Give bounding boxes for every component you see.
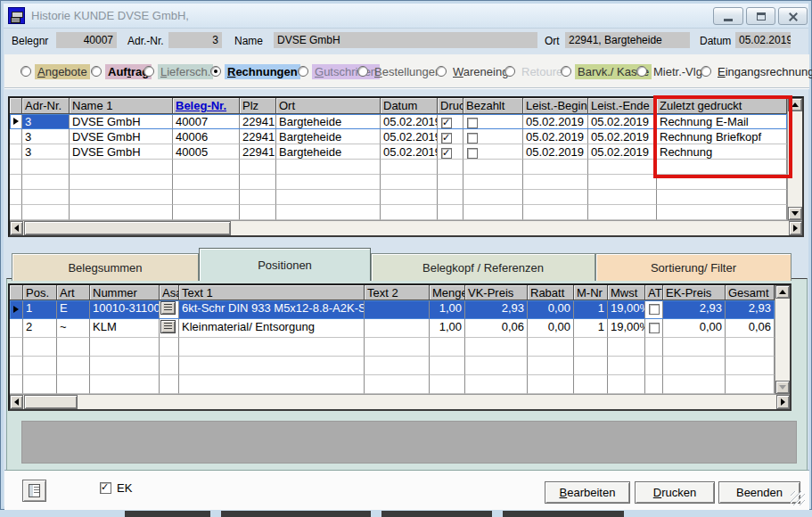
positions-grid: Pos.ArtNummerAsaText 1Text 2MengeVK-Prei…: [8, 283, 791, 411]
cell-leist_ende: [588, 160, 657, 175]
close-button[interactable]: [778, 7, 808, 25]
cell-leist_begin: 05.02.2019: [523, 144, 588, 160]
scroll-up-button[interactable]: [775, 285, 790, 299]
cell-beleg_nr: 40007: [173, 114, 240, 129]
bearbeiten-button[interactable]: Bearbeiten: [545, 481, 630, 504]
checkbox-druck[interactable]: [441, 133, 452, 144]
field-label-belegnr: Belegnr: [12, 35, 48, 47]
maximize-button[interactable]: [746, 7, 775, 25]
ek-checkbox[interactable]: [100, 482, 111, 494]
column-header-leistende[interactable]: Leist.-Ende: [588, 98, 657, 114]
column-header-text2[interactable]: Text 2: [365, 285, 430, 300]
cell-memo: [160, 338, 179, 357]
column-header-asa[interactable]: Asa: [160, 285, 179, 300]
column-header-vkpreis[interactable]: VK-Preis: [465, 285, 528, 300]
column-header-belegnr[interactable]: Beleg-Nr.: [173, 98, 240, 114]
cell-m_nr: 1: [574, 319, 608, 338]
scroll-right-button[interactable]: [776, 395, 790, 409]
doc-type-angebote[interactable]: Angebote: [21, 64, 90, 78]
table-row[interactable]: 2~KLMKleinmaterial/ Entsorgung1,000,060,…: [10, 319, 775, 338]
resize-grip[interactable]: [791, 491, 805, 505]
cell-ort: [276, 190, 381, 205]
column-header-pos[interactable]: Pos.: [23, 285, 57, 300]
column-header-adrnr[interactable]: Adr-Nr.: [22, 98, 70, 114]
beenden-button[interactable]: Beenden: [718, 481, 800, 504]
cell-gesamt: 2,93: [726, 300, 775, 319]
doc-type-eingangsrechnung[interactable]: Eingangsrechnung: [701, 64, 812, 78]
hscroll-thumb[interactable]: [24, 395, 78, 409]
checkbox-bezahlt[interactable]: [467, 133, 478, 144]
cell-text1: [179, 375, 365, 394]
column-header-bezahlt[interactable]: Bezahlt: [463, 98, 523, 114]
minimize-button[interactable]: [713, 7, 743, 25]
doc-type-mietrvlg[interactable]: Mietr.-Vlg: [636, 64, 705, 78]
column-header-ort[interactable]: Ort: [276, 98, 381, 114]
column-header-name1[interactable]: Name 1: [70, 98, 173, 114]
checkbox-bezahlt[interactable]: [467, 118, 478, 128]
doc-type-rechnungen[interactable]: Rechnungen: [210, 64, 300, 78]
table-row[interactable]: [10, 190, 787, 205]
doc-type-label: Bestellungen: [372, 64, 444, 79]
cell-ort: Bargteheide: [276, 144, 381, 160]
column-header-nummer[interactable]: Nummer: [90, 285, 160, 300]
doc-type-auftrag[interactable]: Auftrag: [91, 64, 152, 78]
cell-menge: 1,00: [430, 300, 465, 319]
memo-button[interactable]: [160, 320, 176, 333]
column-header-leistbegin[interactable]: Leist.-Begin: [523, 98, 588, 114]
row-marker: [10, 357, 23, 375]
table-row[interactable]: [10, 205, 787, 220]
tab-belegsummen[interactable]: Belegsummen: [12, 253, 199, 281]
doc-type-bestellungen[interactable]: Bestellungen: [357, 64, 444, 78]
background-desktop-strip: [0, 510, 812, 517]
column-header-text1[interactable]: Text 1: [179, 285, 365, 300]
column-header-gesamt[interactable]: Gesamt: [726, 285, 775, 300]
cell-druck: [438, 144, 463, 160]
column-header-datum[interactable]: Datum: [381, 98, 438, 114]
table-row[interactable]: [10, 357, 775, 375]
positions-grid-hscrollbar[interactable]: [10, 394, 790, 409]
checkbox-bezahlt[interactable]: [467, 148, 478, 159]
column-header-rabatt[interactable]: Rabatt: [528, 285, 574, 300]
cell-m_nr: [574, 357, 608, 375]
checkbox-at[interactable]: [649, 323, 660, 333]
table-row[interactable]: [10, 375, 775, 394]
cell-druck: [438, 175, 463, 190]
checkbox-druck[interactable]: [441, 148, 452, 159]
column-header-art[interactable]: Art: [57, 285, 90, 300]
scroll-down-button[interactable]: [788, 207, 802, 220]
row-marker: [10, 190, 22, 205]
tab-positionen[interactable]: Positionen: [199, 248, 371, 281]
cell-druck: [438, 114, 463, 129]
table-row[interactable]: [10, 338, 775, 357]
cell-ort: [276, 175, 381, 190]
scroll-left-button[interactable]: [10, 395, 23, 409]
checkbox-druck[interactable]: [441, 118, 452, 128]
column-header-ekpreis[interactable]: EK-Preis: [663, 285, 726, 300]
table-row[interactable]: 1E10010-311006kt-Schr DIN 933 M5x12-8.8-…: [10, 300, 775, 319]
column-header-menge[interactable]: Menge: [430, 285, 465, 300]
tab-belegkopfreferenzen[interactable]: Belegkopf / Referenzen: [371, 253, 595, 281]
column-header-mnr[interactable]: M-Nr: [574, 285, 608, 300]
cell-leist_begin: [523, 175, 588, 190]
documents-grid-hscrollbar[interactable]: [10, 220, 802, 235]
scroll-down-button[interactable]: [775, 381, 790, 394]
doc-type-wareneing[interactable]: Wareneing.: [436, 64, 514, 78]
scroll-right-button[interactable]: [789, 221, 802, 235]
column-header-druck[interactable]: Druck: [438, 98, 463, 114]
drucken-button[interactable]: Drucken: [635, 481, 715, 504]
positions-grid-vscrollbar[interactable]: [775, 285, 790, 394]
hscroll-thumb[interactable]: [24, 221, 231, 235]
column-header-at[interactable]: AT: [645, 285, 663, 300]
checkbox-at[interactable]: [649, 304, 660, 315]
column-header-mwst[interactable]: Mwst: [608, 285, 645, 300]
list-view-button[interactable]: [22, 480, 46, 502]
scroll-left-button[interactable]: [10, 221, 23, 235]
memo-button[interactable]: [160, 301, 176, 315]
column-header-plz[interactable]: Plz: [240, 98, 276, 114]
row-marker: [10, 319, 23, 338]
cell-plz: 22941: [240, 114, 276, 129]
cell-text1: 6kt-Schr DIN 933 M5x12-8.8-A2K-S: [179, 300, 365, 319]
cell-at: [645, 300, 663, 319]
tab-sortierungfilter[interactable]: Sortierung/ Filter: [595, 253, 791, 281]
doc-type-liefersch[interactable]: Liefersch.: [144, 64, 213, 78]
